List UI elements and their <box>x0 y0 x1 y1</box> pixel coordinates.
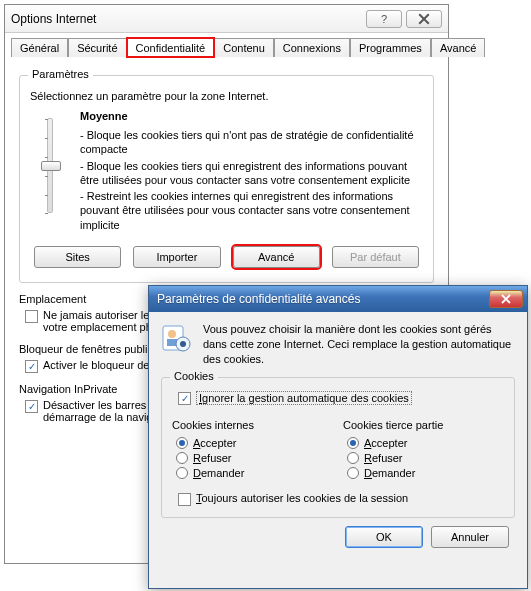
tab-general[interactable]: Général <box>11 38 68 57</box>
third-party-accept-label: Accepter <box>364 437 407 449</box>
dialog-body: Vous pouvez choisir la manière dont les … <box>149 312 527 556</box>
tab-privacy[interactable]: Confidentialité <box>127 38 215 57</box>
settings-group: Paramètres Sélectionnez un paramètre pou… <box>19 75 434 283</box>
session-cookies-label: Toujours autoriser les cookies de la ses… <box>196 492 408 504</box>
cancel-button[interactable]: Annuler <box>431 526 509 548</box>
settings-button-row: Sites Importer Avancé Par défaut <box>30 246 423 268</box>
advanced-button[interactable]: Avancé <box>233 246 320 268</box>
third-party-ask-radio[interactable] <box>347 467 359 479</box>
tab-content[interactable]: Contenu <box>214 38 274 57</box>
svg-rect-2 <box>167 339 177 346</box>
override-checkbox[interactable] <box>178 392 191 405</box>
tab-advanced[interactable]: Avancé <box>431 38 486 57</box>
settings-group-title: Paramètres <box>28 68 93 80</box>
cookie-columns: Cookies internes Accepter Refuser Demand… <box>172 419 504 482</box>
close-icon <box>418 13 430 25</box>
inprivate-checkbox[interactable] <box>25 400 38 413</box>
first-party-column: Cookies internes Accepter Refuser Demand… <box>172 419 333 482</box>
level-title: Moyenne <box>80 110 423 122</box>
first-party-accept-label: Accepter <box>193 437 236 449</box>
default-button[interactable]: Par défaut <box>332 246 419 268</box>
window-title: Options Internet <box>11 12 362 26</box>
help-icon: ? <box>381 13 387 25</box>
dialog-titlebar: Paramètres de confidentialité avancés <box>149 286 527 312</box>
first-party-refuse-radio[interactable] <box>176 452 188 464</box>
session-cookies-checkbox[interactable] <box>178 493 191 506</box>
first-party-title: Cookies internes <box>172 419 333 431</box>
tab-strip: Général Sécurité Confidentialité Contenu… <box>5 33 448 56</box>
blocker-checkbox[interactable] <box>25 360 38 373</box>
bullet-3: - Restreint les cookies internes qui enr… <box>80 189 423 232</box>
first-party-ask-radio[interactable] <box>176 467 188 479</box>
override-checkbox-label: Ignorer la gestion automatique des cooki… <box>196 391 412 405</box>
tab-connections[interactable]: Connexions <box>274 38 350 57</box>
first-party-refuse-label: Refuser <box>193 452 232 464</box>
import-button[interactable]: Importer <box>133 246 220 268</box>
close-button[interactable] <box>406 10 442 28</box>
bullet-1: - Bloque les cookies tiers qui n'ont pas… <box>80 128 423 157</box>
third-party-ask-label: Demander <box>364 467 415 479</box>
close-icon <box>501 294 511 304</box>
dialog-button-row: OK Annuler <box>161 518 515 548</box>
titlebar: Options Internet ? <box>5 5 448 33</box>
ok-button[interactable]: OK <box>345 526 423 548</box>
slider-track <box>47 118 53 213</box>
svg-point-1 <box>168 330 176 338</box>
third-party-accept-radio[interactable] <box>347 437 359 449</box>
settings-row: Moyenne - Bloque les cookies tiers qui n… <box>30 110 423 234</box>
dialog-intro: Vous pouvez choisir la manière dont les … <box>161 322 515 367</box>
advanced-privacy-dialog: Paramètres de confidentialité avancés Vo… <box>148 285 528 589</box>
third-party-refuse-label: Refuser <box>364 452 403 464</box>
bullet-2: - Bloque les cookies tiers qui enregistr… <box>80 159 423 188</box>
sites-button[interactable]: Sites <box>34 246 121 268</box>
tab-programs[interactable]: Programmes <box>350 38 431 57</box>
first-party-ask-label: Demander <box>193 467 244 479</box>
settings-description: Moyenne - Bloque les cookies tiers qui n… <box>80 110 423 234</box>
third-party-title: Cookies tierce partie <box>343 419 504 431</box>
cookies-group: Cookies Ignorer la gestion automatique d… <box>161 377 515 518</box>
privacy-slider[interactable] <box>30 110 70 234</box>
help-button[interactable]: ? <box>366 10 402 28</box>
first-party-accept-radio[interactable] <box>176 437 188 449</box>
privacy-icon <box>161 322 193 354</box>
dialog-intro-text: Vous pouvez choisir la manière dont les … <box>203 322 515 367</box>
third-party-refuse-radio[interactable] <box>347 452 359 464</box>
tab-security[interactable]: Sécurité <box>68 38 126 57</box>
slider-thumb[interactable] <box>41 161 61 171</box>
location-checkbox[interactable] <box>25 310 38 323</box>
third-party-column: Cookies tierce partie Accepter Refuser D… <box>343 419 504 482</box>
svg-point-4 <box>180 341 186 347</box>
dialog-close-button[interactable] <box>489 290 523 308</box>
dialog-title: Paramètres de confidentialité avancés <box>157 292 489 306</box>
cookies-group-title: Cookies <box>170 370 218 382</box>
settings-intro: Sélectionnez un paramètre pour la zone I… <box>30 90 423 102</box>
